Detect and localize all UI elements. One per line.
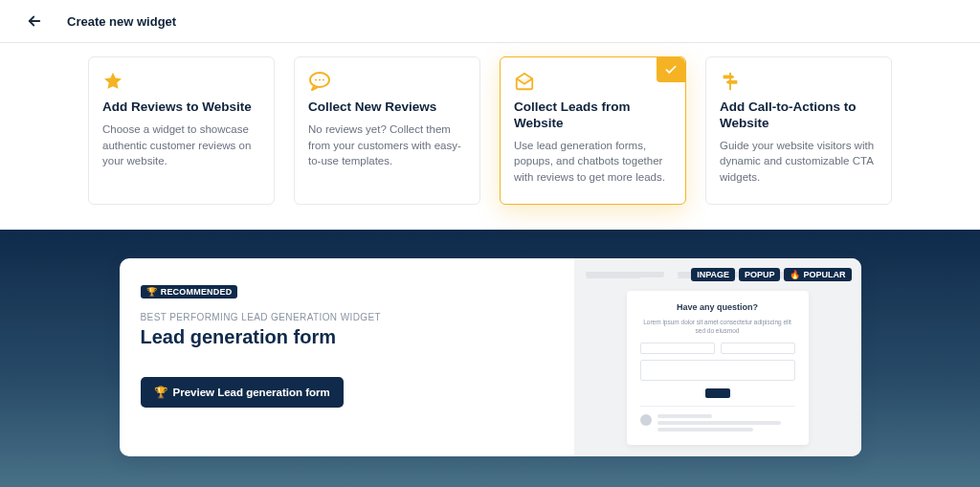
hero-preview: INPAGE POPUP 🔥 POPULAR Have any question… [574,258,861,456]
card-desc: Guide your website visitors with dynamic… [720,138,878,186]
trophy-icon: 🏆 [146,287,157,297]
mock-textarea [640,360,795,381]
topbar: Create new widget [0,0,980,43]
back-button[interactable] [23,10,46,33]
card-add-reviews[interactable]: Add Reviews to Website Choose a widget t… [88,56,275,205]
mock-inputs [640,343,795,354]
tag-popular-label: POPULAR [803,270,845,279]
card-desc: Use lead generation forms, popups, and c… [514,138,672,186]
card-collect-leads[interactable]: Collect Leads from Website Use lead gene… [500,56,686,205]
mock-form-card: Have any question? Lorem ipsum dolor sit… [627,291,809,445]
svg-point-2 [315,79,317,81]
preview-tags: INPAGE POPUP 🔥 POPULAR [691,268,851,281]
chat-icon [308,71,466,92]
widget-type-cards: Add Reviews to Website Choose a widget t… [0,43,980,230]
tag-popular: 🔥 POPULAR [784,268,851,281]
selected-corner [657,57,685,82]
mock-form-title: Have any question? [640,302,795,312]
check-icon [664,63,678,77]
tag-popup: POPUP [739,268,781,281]
card-desc: Choose a widget to showcase authentic cu… [102,122,260,169]
fire-icon: 🔥 [790,270,800,279]
card-title: Add Reviews to Website [102,100,260,116]
cta-label: Preview Lead generation form [173,387,330,398]
card-title: Collect Leads from Website [514,100,672,132]
svg-point-3 [319,79,321,81]
star-icon [102,71,260,92]
envelope-open-icon [514,71,672,92]
svg-point-4 [323,79,324,81]
mock-review [640,406,795,432]
hero-title: Lead generation form [141,326,553,348]
badge-label: RECOMMENDED [161,287,233,297]
card-collect-reviews[interactable]: Collect New Reviews No reviews yet? Coll… [294,56,480,205]
hero-subheading: BEST PERFORMING LEAD GENERATION WIDGET [141,312,553,322]
tag-inpage: INPAGE [691,268,735,281]
card-title: Add Call-to-Actions to Website [720,100,878,132]
card-desc: No reviews yet? Collect them from your c… [308,122,466,169]
hero-card: 🏆 RECOMMENDED BEST PERFORMING LEAD GENER… [120,258,861,456]
preview-button[interactable]: 🏆 Preview Lead generation form [141,377,344,408]
hero-left: 🏆 RECOMMENDED BEST PERFORMING LEAD GENER… [120,258,574,456]
trophy-icon: 🏆 [154,386,167,399]
recommended-badge: 🏆 RECOMMENDED [141,285,238,299]
arrow-left-icon [26,12,43,30]
page-title: Create new widget [67,14,176,29]
mock-form-subtitle: Lorem ipsum dolor sit amet consectetur a… [640,318,795,335]
avatar [640,414,652,426]
mock-submit [705,388,730,398]
card-title: Collect New Reviews [308,100,466,116]
card-add-cta[interactable]: Add Call-to-Actions to Website Guide you… [705,56,892,205]
signpost-icon [720,71,878,92]
hero-section: 🏆 RECOMMENDED BEST PERFORMING LEAD GENER… [0,230,980,487]
